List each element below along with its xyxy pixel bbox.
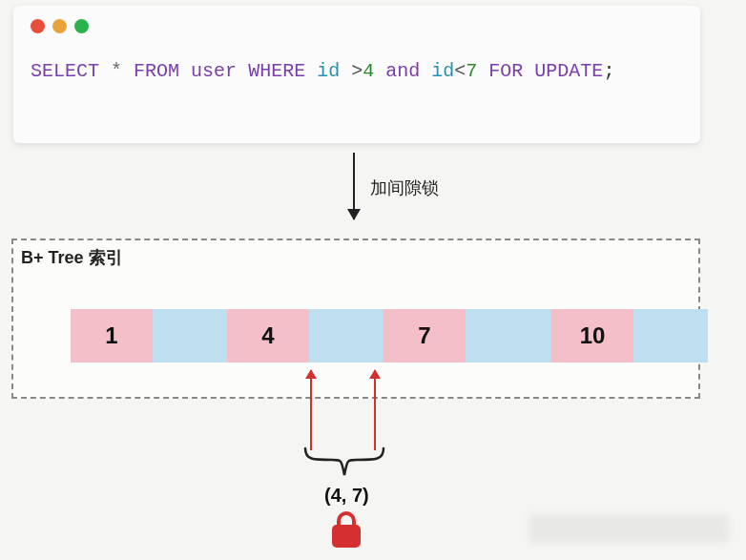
btree-key-cell: 7 xyxy=(383,309,466,363)
btree-key-cell: 1 xyxy=(71,309,153,363)
sql-token-table: user xyxy=(191,60,237,82)
sql-token-op2: < xyxy=(454,60,466,82)
btree-key-cell: 4 xyxy=(227,309,309,363)
arrow-label: 加间隙锁 xyxy=(370,176,439,199)
sql-token-star: * xyxy=(111,60,122,82)
curly-brace-icon xyxy=(303,446,385,479)
sql-code-block: SELECT * FROM user WHERE id >4 and id<7 … xyxy=(13,6,700,143)
minimize-icon xyxy=(52,19,67,33)
maximize-icon xyxy=(74,19,89,33)
sql-token-from: FROM xyxy=(134,60,179,82)
btree-gap-cell xyxy=(466,309,551,363)
sql-token-select: SELECT xyxy=(31,60,99,82)
close-icon xyxy=(31,19,45,33)
btree-cells-row: 1 4 7 10 xyxy=(71,309,708,363)
lock-icon xyxy=(330,511,363,550)
down-arrow-icon xyxy=(353,153,355,219)
btree-key-cell: 10 xyxy=(551,309,633,363)
sql-token-col2: id xyxy=(431,60,454,82)
gap-range-label: (4, 7) xyxy=(324,485,369,507)
watermark-redacted xyxy=(528,514,729,543)
sql-token-val1: 4 xyxy=(363,60,374,82)
sql-token-update: UPDATE xyxy=(534,60,603,82)
btree-title: B+ Tree 索引 xyxy=(21,246,123,269)
btree-gap-cell xyxy=(633,309,708,363)
sql-token-semicolon: ; xyxy=(603,60,614,82)
window-traffic-lights xyxy=(31,19,683,33)
sql-token-val2: 7 xyxy=(466,60,477,82)
sql-token-for: FOR xyxy=(488,60,523,82)
sql-statement: SELECT * FROM user WHERE id >4 and id<7 … xyxy=(31,60,683,82)
btree-gap-cell xyxy=(309,309,383,363)
gap-pointer-arrow-icon xyxy=(310,370,312,450)
gap-pointer-arrow-icon xyxy=(374,370,376,450)
sql-token-where: WHERE xyxy=(248,60,305,82)
sql-token-op1: > xyxy=(351,60,363,82)
btree-index-box: B+ Tree 索引 1 4 7 10 xyxy=(11,239,700,399)
btree-gap-cell xyxy=(153,309,227,363)
sql-token-col1: id xyxy=(317,60,340,82)
sql-token-and: and xyxy=(385,60,420,82)
